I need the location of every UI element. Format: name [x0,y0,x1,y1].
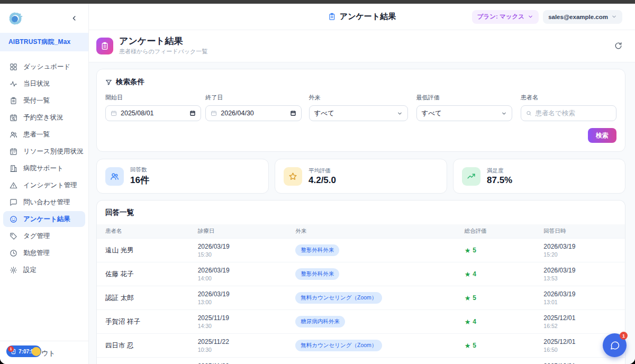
message-icon [10,198,17,206]
stats-cards: 回答数16件平均評価4.2/5.0満足度87.5% [96,159,625,194]
table-column-header: 総合評価 [456,224,536,239]
rating-cell: ★4 [456,262,536,286]
table-row[interactable]: 手賀沼 祥子2025/11/1914:30糖尿病内科外来★42025/12/01… [97,310,625,334]
patient-name-input[interactable] [535,110,611,117]
sidebar-item[interactable]: インシデント管理 [3,177,85,193]
chat-notification-badge: 1 [620,332,628,340]
min-rating-label: 最低評価 [416,94,512,102]
sidebar-item-label: 勤怠管理 [23,249,50,258]
chat-fab-button[interactable]: 1 [603,333,627,357]
sidebar-item[interactable]: タグ管理 [3,228,85,244]
end-date-input[interactable]: 2026/04/30 [205,105,301,121]
building-icon [10,165,17,172]
hospital-name: AIBTRUST病院_Max [0,33,88,51]
stat-label: 満足度 [487,167,512,175]
patient-name-cell: 鈴木 太一郎 [97,358,189,364]
sidebar-item[interactable]: 当日状況 [3,76,85,92]
main-area: アンケート結果 プラン: マックス sales@example.com アンケー… [89,4,635,364]
stat-value: 87.5% [487,175,512,186]
outpatient-badge: 無料カウンセリング（Zoom） [295,292,382,304]
sidebar-item[interactable]: 問い合わせ管理 [3,194,85,210]
outpatient-cell: 無料カウンセリング（Zoom） [287,286,456,310]
rating-cell: ★5 [456,239,536,262]
search-icon [526,110,532,116]
visit-date-cell: 2025/11/1914:30 [189,310,287,334]
topbar: アンケート結果 プラン: マックス sales@example.com [89,4,635,30]
sidebar-collapse-button[interactable] [71,15,78,22]
yellow-dot-overlay [32,347,41,356]
date-picker-icon[interactable] [290,110,296,116]
refresh-button[interactable] [614,42,622,50]
outpatient-select[interactable]: すべて [309,105,408,121]
star-icon: ★ [465,247,471,254]
table-row[interactable]: 鈴木 太一郎2025/11/2011:00無料カウンセリング（Zoom）★420… [97,358,625,364]
table-row[interactable]: 四日市 忍2025/11/2210:30無料カウンセリング（Zoom）★5202… [97,334,625,358]
calendar-icon [211,110,217,116]
topbar-title: アンケート結果 [328,12,396,22]
outpatient-cell: 整形外科外来 [287,239,456,262]
sidebar-item-label: インシデント管理 [23,181,77,190]
sidebar-item-label: 設定 [23,266,37,275]
sidebar-item[interactable]: 設定 [3,262,85,278]
stat-value: 16件 [130,174,149,186]
responses-table: 患者名診療日外来総合評価回答日時 遠山 光男2026/03/1915:30整形外… [97,224,625,364]
plan-badge[interactable]: プラン: マックス [472,10,539,24]
sidebar-item[interactable]: ダッシュボード [3,59,85,75]
chevron-down-icon [528,14,533,20]
sidebar-item-label: リソース別使用状況 [23,147,83,156]
sidebar-item-label: 受付一覧 [23,96,50,105]
sidebar-item[interactable]: リソース別使用状況 [3,143,85,159]
clipboard-icon [10,97,17,105]
sidebar-item-label: 予約空き状況 [23,113,63,122]
answered-date-cell: 2025/12/0116:52 [535,310,625,334]
visit-date-cell: 2026/03/1915:30 [189,239,287,262]
app-logo-icon [8,11,23,26]
clock-icon [10,249,17,257]
responses-title: 回答一覧 [97,201,625,224]
table-row[interactable]: 佐藤 花子2026/03/1914:00整形外科外来★42026/03/1913… [97,262,625,286]
sidebar-item[interactable]: 受付一覧 [3,93,85,108]
table-header-row: 患者名診療日外来総合評価回答日時 [97,224,625,239]
table-column-header: 回答日時 [535,224,625,239]
calendar-icon [10,148,17,156]
outpatient-cell: 整形外科外来 [287,262,456,286]
trending-up-icon [467,172,476,181]
patient-name-cell: 手賀沼 祥子 [97,310,189,334]
outpatient-label: 外来 [309,94,408,102]
table-column-header: 外来 [287,224,456,239]
chevron-down-icon [611,14,617,20]
sidebar-item[interactable]: 患者一覧 [3,126,85,142]
dashboard-icon [10,63,17,71]
app-window: AIBTRUST病院_Max ダッシュボード当日状況受付一覧予約空き状況患者一覧… [0,4,635,364]
stat-card: 回答数16件 [96,159,269,194]
chevron-down-icon [501,111,507,116]
start-date-label: 開始日 [105,94,201,102]
page-title: アンケート結果 [119,36,207,47]
filters-title: 検索条件 [116,77,144,87]
sidebar-item[interactable]: 予約空き状況 [3,110,85,125]
table-row[interactable]: 遠山 光男2026/03/1915:30整形外科外来★52026/03/1915… [97,239,625,262]
visit-date-cell: 2025/11/2011:00 [189,358,287,364]
chat-bubble-icon [610,340,620,351]
search-filters-panel: 検索条件 開始日 2025/08/01 終了日 [96,69,625,152]
sidebar-item[interactable]: 病院サポート [3,160,85,176]
answered-date-cell: 2026/03/1913:53 [535,262,625,286]
patient-name-cell: 佐藤 花子 [97,262,189,286]
patient-name-field: 患者名 [521,94,616,121]
sidebar-item-label: アンケート結果 [23,215,70,224]
start-date-input[interactable]: 2025/08/01 [105,105,201,121]
sidebar: AIBTRUST病院_Max ダッシュボード当日状況受付一覧予約空き状況患者一覧… [0,4,89,364]
document-icon: 1 [11,349,16,354]
sidebar-item[interactable]: 勤怠管理 [3,245,85,261]
sidebar-item[interactable]: アンケート結果 [3,211,85,227]
search-button[interactable]: 検索 [588,128,616,143]
patient-name-cell: 四日市 忍 [97,334,189,358]
table-row[interactable]: 認証 太郎2026/03/1913:00無料カウンセリング（Zoom）★5202… [97,286,625,310]
account-menu[interactable]: sales@example.com [543,10,622,24]
date-picker-icon[interactable] [189,110,196,116]
visit-date-cell: 2025/11/2210:30 [189,334,287,358]
table-column-header: 診療日 [189,224,287,239]
refresh-icon [614,42,622,50]
min-rating-select[interactable]: すべて [416,105,512,121]
sidebar-item-label: 病院サポート [23,164,64,173]
